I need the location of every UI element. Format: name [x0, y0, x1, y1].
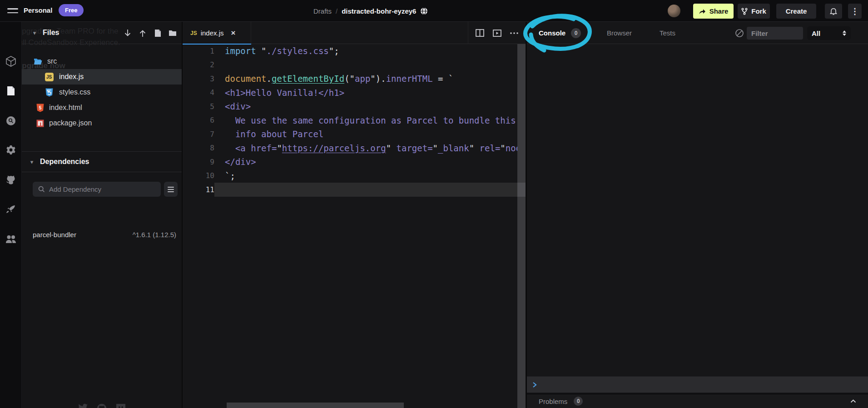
files-panel: Upgrade to Team PRO for the full CodeSan…	[22, 22, 183, 408]
sandbox-title[interactable]: distracted-bohr-eyzey6	[342, 7, 416, 15]
social-links	[22, 403, 182, 408]
menu-icon[interactable]	[7, 8, 18, 14]
split-view-icon[interactable]	[475, 29, 484, 38]
kebab-icon: ⋮	[851, 6, 859, 16]
dependency-item[interactable]: parcel-bundler ^1.6.1 (1.12.5)	[22, 227, 182, 242]
js-tab-icon: JS	[190, 30, 197, 36]
code-line: 5<div>	[183, 100, 517, 114]
prompt-chevron-icon	[532, 382, 538, 388]
code-editor[interactable]: 1import "./styles.css";23document.getEle…	[183, 44, 517, 403]
file-label: index.html	[49, 104, 82, 112]
line-number: 3	[183, 75, 214, 83]
dependencies-header: ▾ Dependencies	[22, 151, 182, 172]
github-link-icon[interactable]	[97, 403, 107, 408]
avatar[interactable]	[668, 5, 680, 17]
add-dependency-search[interactable]	[33, 182, 161, 197]
search-icon	[38, 186, 45, 193]
new-folder-icon[interactable]	[168, 29, 177, 38]
editor-actions	[468, 22, 526, 44]
console-filter-input[interactable]	[751, 30, 799, 37]
line-number: 7	[183, 130, 214, 139]
download-sandbox-icon[interactable]	[123, 29, 132, 38]
plan-badge: Free	[59, 4, 84, 16]
code-line: 9</div>	[183, 155, 517, 169]
tab-label: index.js	[201, 29, 224, 37]
live-users-icon[interactable]	[0, 234, 22, 245]
add-dependency-input[interactable]	[49, 185, 149, 193]
line-number: 8	[183, 144, 214, 152]
log-level-select[interactable]: All	[807, 26, 851, 40]
scrollbar-active-line-marker	[517, 183, 526, 197]
file-tree: src JS index.js styles.css 5 index.html …	[22, 54, 182, 131]
create-button[interactable]: Create	[776, 4, 816, 19]
clear-console-icon[interactable]	[735, 29, 744, 38]
code-line: 2	[183, 58, 517, 72]
share-button[interactable]: Share	[693, 4, 734, 19]
tree-row-index-html[interactable]: 5 index.html	[22, 100, 182, 115]
sandbox-info-icon[interactable]	[0, 56, 22, 67]
collapse-caret-icon[interactable]: ▾	[27, 159, 36, 165]
tab-console[interactable]: Console 0	[539, 22, 581, 44]
tree-row-index-js[interactable]: JS index.js	[22, 69, 182, 85]
tree-row-package-json[interactable]: package.json	[22, 115, 182, 131]
tab-browser[interactable]: Browser	[607, 22, 632, 44]
npm-file-icon	[35, 119, 45, 128]
code-line: 1import "./styles.css";	[183, 44, 517, 58]
html-file-icon: 5	[35, 103, 45, 112]
devtools-panel: Console 0 Browser Tests All Problems 0	[526, 22, 868, 408]
files-title: Files	[43, 29, 59, 37]
breadcrumb-section[interactable]: Drafts	[313, 7, 332, 15]
editor-horizontal-scrollbar[interactable]	[227, 403, 404, 408]
notifications-button[interactable]	[825, 4, 842, 19]
tab-index-js[interactable]: JS index.js ×	[183, 22, 251, 44]
activity-bar	[0, 22, 22, 408]
dependency-version: ^1.6.1 (1.12.5)	[133, 231, 176, 239]
collapse-chevron-up-icon[interactable]	[850, 399, 856, 403]
workspace-name: Personal	[24, 6, 52, 14]
top-bar: Personal Free Drafts / distracted-bohr-e…	[0, 0, 868, 22]
console-input-row[interactable]	[527, 376, 868, 393]
problems-bar[interactable]: Problems 0	[527, 393, 868, 408]
more-options-button[interactable]: ⋮	[848, 4, 862, 19]
code-line: 6 We use the same configuration as Parce…	[183, 114, 517, 128]
breadcrumb-separator: /	[336, 7, 337, 15]
bell-icon	[830, 7, 837, 15]
discord-icon[interactable]	[115, 403, 125, 408]
code-line: 7 info about Parcel	[183, 127, 517, 141]
tree-row-src[interactable]: src	[22, 54, 182, 69]
open-preview-icon[interactable]	[492, 29, 501, 38]
github-icon[interactable]	[0, 174, 22, 185]
file-label: index.js	[59, 73, 84, 81]
code-line: 10`;	[183, 169, 517, 183]
settings-gear-icon[interactable]	[0, 144, 22, 155]
console-filter[interactable]	[747, 27, 803, 40]
line-number: 9	[183, 158, 214, 166]
collapse-caret-icon[interactable]: ▾	[30, 30, 39, 36]
css-file-icon	[45, 88, 54, 97]
deployment-rocket-icon[interactable]	[0, 204, 22, 215]
tab-close-icon[interactable]: ×	[231, 29, 236, 37]
search-icon[interactable]	[0, 115, 22, 126]
editor-vertical-scrollbar[interactable]	[517, 44, 526, 408]
editor-pane: JS index.js × 1import "./styles.css";23d…	[183, 22, 526, 408]
explorer-icon[interactable]	[0, 85, 22, 96]
line-number: 11	[183, 185, 214, 194]
dependency-list-menu-button[interactable]	[164, 182, 178, 197]
globe-icon	[420, 7, 428, 15]
twitter-icon[interactable]	[78, 403, 88, 408]
code-line: 4<h1>Hello Vanilla!</h1>	[183, 86, 517, 100]
problems-label: Problems	[539, 398, 567, 405]
tree-row-styles-css[interactable]: styles.css	[22, 85, 182, 100]
fork-button[interactable]: Fork	[738, 4, 770, 19]
line-number: 4	[183, 88, 214, 97]
file-label: src	[47, 57, 57, 65]
line-number: 6	[183, 116, 214, 124]
code-line: 3document.getElementById("app").innerHTM…	[183, 72, 517, 86]
tab-tests[interactable]: Tests	[660, 22, 675, 44]
line-number: 1	[183, 47, 214, 55]
devtools-header: Console 0 Browser Tests All	[527, 22, 868, 44]
dependency-name: parcel-bundler	[33, 231, 76, 239]
upload-files-icon[interactable]	[138, 29, 147, 38]
new-file-icon[interactable]	[153, 29, 162, 38]
editor-more-icon[interactable]	[510, 29, 519, 38]
